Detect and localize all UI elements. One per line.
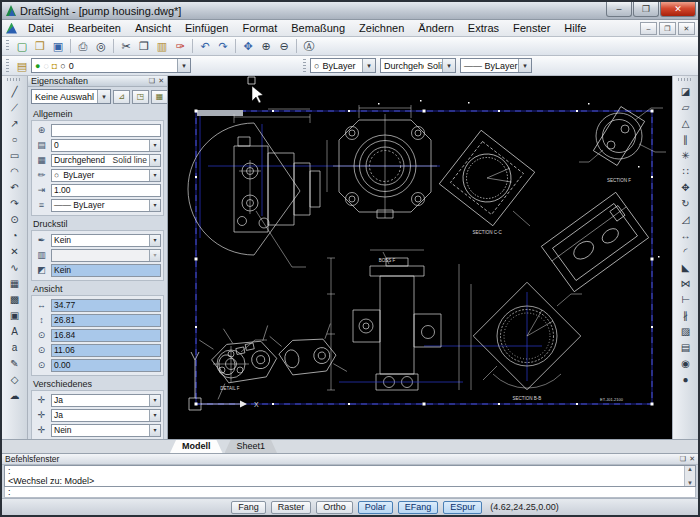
color-tool[interactable]: ◉ — [676, 356, 696, 371]
mirror-tool[interactable]: △ — [676, 116, 696, 131]
infinite-line-tool[interactable]: ⟋ — [5, 100, 25, 115]
mdi-close-button[interactable]: ✕ — [678, 22, 695, 35]
snap-toggle[interactable]: Fang — [231, 501, 266, 514]
select-entities-button[interactable]: ⊿ — [113, 90, 130, 104]
menu-item[interactable]: Format — [235, 21, 284, 35]
command-scrollbar[interactable]: ▲ ▼ — [684, 466, 695, 486]
menu-item[interactable]: Bearbeiten — [61, 21, 128, 35]
dock-icon[interactable]: ❏ — [680, 455, 686, 463]
lineweight-dropdown[interactable]: —— ByLayer▾ — [51, 199, 161, 212]
menu-item[interactable]: Fenster — [506, 21, 557, 35]
split-tool[interactable]: ∦ — [676, 308, 696, 323]
menu-item[interactable]: Ändern — [411, 21, 460, 35]
ellipse-tool[interactable]: ⊙ — [5, 212, 25, 227]
open-file-button[interactable]: ❒ — [31, 38, 49, 54]
quick-select-button[interactable]: ◳ — [132, 90, 149, 104]
extend-tool[interactable]: ⊢ — [676, 292, 696, 307]
stretch-tool[interactable]: ↔ — [676, 228, 696, 243]
spline-tool[interactable]: ∿ — [5, 260, 25, 275]
hatch-tool[interactable]: ▦ — [5, 276, 25, 291]
command-input[interactable]: : — [4, 487, 696, 498]
ortho-toggle[interactable]: Ortho — [316, 501, 353, 514]
linestyle-dropdown[interactable]: DurchgehendSolid line▾ — [51, 154, 161, 167]
esnap-toggle[interactable]: EFang — [398, 501, 439, 514]
line-tool[interactable]: ╱ — [5, 84, 25, 99]
etrack-toggle[interactable]: ESpur — [443, 501, 482, 514]
format-painter-button[interactable]: ✑ — [171, 38, 189, 54]
toolbar-grip[interactable] — [303, 59, 306, 72]
pattern-tool[interactable]: ∷ — [676, 164, 696, 179]
properties-paint-tool[interactable]: ● — [676, 372, 696, 387]
menu-item[interactable]: Datei — [21, 21, 61, 35]
point-tool[interactable]: ✕ — [5, 244, 25, 259]
menu-item[interactable]: Ansicht — [128, 21, 178, 35]
options-button[interactable]: ▦ — [151, 90, 168, 104]
linestyle-combo[interactable]: Durchgehend Soli ▾ — [380, 58, 456, 73]
move-tool[interactable]: ✥ — [676, 180, 696, 195]
mdi-minimize-button[interactable]: – — [640, 22, 657, 35]
fillet-tool[interactable]: ◜ — [676, 244, 696, 259]
polyline-tool[interactable]: ↶ — [5, 180, 25, 195]
dock-icon[interactable]: ❏ — [149, 77, 155, 85]
ucs-origin-dropdown[interactable]: Ja▾ — [51, 409, 161, 422]
rectangle-tool[interactable]: ▭ — [5, 148, 25, 163]
grid-toggle[interactable]: Raster — [271, 501, 312, 514]
zoom-in-button[interactable]: ⊕ — [257, 38, 275, 54]
rotate-tool[interactable]: ↻ — [676, 196, 696, 211]
edit-hatch-tool[interactable]: ▨ — [676, 324, 696, 339]
ray-tool[interactable]: ↗ — [5, 116, 25, 131]
scale-tool[interactable]: ◿ — [676, 212, 696, 227]
print-button[interactable]: ⎙ — [74, 38, 92, 54]
ucs-sheet-dropdown[interactable]: Nein▾ — [51, 424, 161, 437]
chamfer-tool[interactable]: ◣ — [676, 260, 696, 275]
toolbar-grip[interactable] — [6, 59, 9, 72]
dropdown-arrow-icon[interactable]: ▾ — [97, 90, 110, 103]
explode-tool[interactable]: ✳ — [676, 148, 696, 163]
dropdown-arrow-icon[interactable]: ▾ — [177, 59, 190, 72]
layer-combo[interactable]: ●◌◘○ 0 ▾ — [31, 58, 191, 73]
selection-combo[interactable]: Keine Auswahl ▾ — [31, 89, 111, 104]
elliptical-arc-tool[interactable]: ◔ — [5, 228, 25, 243]
text-tool[interactable]: A — [5, 324, 25, 339]
paste-button[interactable]: ▥ — [153, 38, 171, 54]
polar-toggle[interactable]: Polar — [358, 501, 393, 514]
menu-item[interactable]: Zeichnen — [352, 21, 411, 35]
note-tool[interactable]: a — [5, 340, 25, 355]
lineweight-combo[interactable]: —— ByLayer ▾ — [460, 58, 532, 73]
scroll-down-icon[interactable]: ▼ — [687, 480, 693, 486]
cut-button[interactable]: ✂ — [117, 38, 135, 54]
close-button[interactable]: ✕ — [660, 2, 696, 17]
line-color-combo[interactable]: ○ ByLayer ▾ — [310, 58, 376, 73]
region-tool[interactable]: ▩ — [5, 292, 25, 307]
menu-item[interactable]: Einfügen — [178, 21, 235, 35]
toolbar-grip[interactable] — [6, 40, 9, 53]
delete-tool[interactable]: ◪ — [676, 84, 696, 99]
maximize-button[interactable]: ❐ — [633, 2, 659, 17]
color-dropdown[interactable]: ○ByLayer▾ — [51, 169, 161, 182]
tangent-arc-tool[interactable]: ↷ — [5, 196, 25, 211]
zoom-out-button[interactable]: ⊖ — [275, 38, 293, 54]
ucs-icon-dropdown[interactable]: Ja▾ — [51, 394, 161, 407]
scroll-up-icon[interactable]: ▲ — [687, 466, 693, 472]
layer-dropdown[interactable]: 0▾ — [51, 139, 161, 152]
menu-item[interactable]: Extras — [461, 21, 506, 35]
circle-tool[interactable]: ○ — [5, 132, 25, 147]
minimize-button[interactable]: – — [606, 2, 632, 17]
drawing-canvas[interactable]: SECTION C-C SECTION F SECTION B-B DETAIL… — [168, 76, 672, 439]
palette-grip[interactable] — [678, 78, 693, 81]
linescale-field[interactable]: 1.00 — [51, 184, 161, 197]
layers-manager-button[interactable]: ▤ — [13, 58, 31, 74]
close-command-icon[interactable]: ✕ — [689, 455, 695, 463]
dropdown-arrow-icon[interactable]: ▾ — [442, 59, 455, 72]
undo-button[interactable]: ↶ — [196, 38, 214, 54]
layer-preview-tool[interactable]: ▤ — [676, 340, 696, 355]
dropdown-arrow-icon[interactable]: ▾ — [362, 59, 375, 72]
redo-button[interactable]: ↷ — [214, 38, 232, 54]
pan-button[interactable]: ✥ — [239, 38, 257, 54]
dropdown-arrow-icon[interactable]: ▾ — [518, 59, 531, 72]
offset-tool[interactable]: ∥ — [676, 132, 696, 147]
new-file-button[interactable]: ▢ — [13, 38, 31, 54]
palette-grip[interactable] — [7, 78, 22, 81]
text-style-button[interactable]: Ⓐ — [300, 38, 318, 54]
save-button[interactable]: ▣ — [49, 38, 67, 54]
